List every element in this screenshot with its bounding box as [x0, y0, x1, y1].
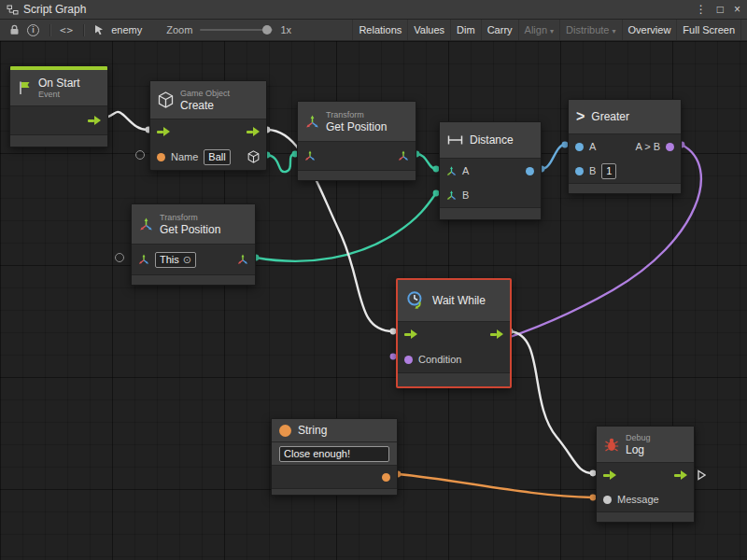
node-debug-log[interactable]: Debug Log Message — [596, 426, 695, 523]
flow-out-port[interactable] — [674, 470, 687, 480]
flow-in-port[interactable] — [404, 329, 417, 339]
port-label: B — [589, 165, 596, 176]
graph-toolbar: i <> enemy Zoom 1x Relations Values Dim … — [0, 20, 747, 41]
port-row — [597, 463, 694, 487]
position-output-port[interactable] — [237, 254, 248, 265]
lock-icon[interactable] — [9, 24, 20, 35]
node-footer — [10, 134, 107, 147]
node-subtitle: Event — [38, 90, 80, 100]
zoom-slider[interactable] — [200, 29, 273, 31]
condition-input-port[interactable] — [404, 356, 413, 364]
port-row — [150, 119, 266, 144]
port-row — [10, 106, 107, 134]
port-row: Name Ball — [150, 144, 266, 170]
node-title: Create — [180, 99, 230, 112]
port-row — [398, 322, 510, 346]
flow-out-port[interactable] — [490, 329, 503, 339]
unconnected-flow-indicator[interactable] — [698, 468, 706, 484]
wire-distance-to-greater-a[interactable] — [542, 145, 565, 169]
title-bar: Script Graph ⋮ □ × — [0, 0, 747, 20]
port-row — [298, 142, 416, 170]
port-label: Message — [617, 494, 659, 505]
unconnected-port-indicator[interactable] — [135, 150, 145, 160]
node-get-position-bottom[interactable]: Transform Get Position This ⊙ — [131, 203, 256, 286]
zoom-slider-knob[interactable] — [262, 25, 272, 35]
input-a-port[interactable] — [575, 143, 584, 151]
string-output-port[interactable] — [382, 473, 390, 482]
wire-create-object-to-getposition-transform[interactable] — [267, 154, 295, 172]
toolbar-button-values[interactable]: Values — [407, 20, 450, 40]
maximize-icon[interactable]: □ — [717, 0, 724, 19]
node-header: Debug Log — [597, 427, 694, 463]
node-field-row: Close enough! — [272, 442, 397, 466]
script-graph-icon — [7, 5, 19, 15]
node-wait-while[interactable]: Wait While Condition — [396, 278, 512, 388]
node-footer — [398, 372, 510, 386]
node-category: Game Object — [180, 89, 230, 99]
string-value-field[interactable]: Close enough! — [279, 446, 389, 462]
node-header: On Start Event — [10, 70, 107, 106]
unconnected-port-indicator[interactable] — [115, 253, 124, 262]
toolbar-button-distribute[interactable]: Distribute▾ — [559, 20, 621, 40]
input-b-port[interactable] — [575, 167, 584, 175]
graph-canvas[interactable]: On Start Event Game Object Create — [0, 41, 747, 560]
node-title: Get Position — [326, 120, 387, 133]
flow-out-port[interactable] — [88, 116, 101, 125]
toolbar-button-align[interactable]: Align▾ — [518, 20, 559, 40]
cube-icon — [158, 91, 174, 108]
node-string-literal[interactable]: String Close enough! — [271, 418, 398, 496]
node-on-start-event[interactable]: On Start Event — [9, 65, 108, 147]
port-row: A — [440, 159, 541, 183]
port-row: This ⊙ — [132, 245, 255, 274]
wire-getposition2-to-distance-b[interactable] — [256, 193, 436, 261]
flow-in-port[interactable] — [157, 127, 170, 136]
message-input-port[interactable] — [603, 496, 612, 504]
flow-in-port[interactable] — [603, 470, 616, 480]
info-icon[interactable]: i — [27, 24, 39, 36]
node-title: Distance — [470, 133, 514, 147]
port-row: B — [440, 183, 541, 207]
toolbar-button-label: Distribute — [566, 24, 609, 35]
close-icon[interactable]: × — [734, 0, 740, 19]
position-output-port[interactable] — [398, 150, 409, 161]
node-header: Distance — [440, 122, 541, 159]
port-row — [272, 466, 397, 488]
node-greater[interactable]: > Greater A A > B B 1 — [568, 99, 682, 194]
transform-input-port[interactable] — [304, 150, 316, 161]
wire-waitwhile-to-log-flow[interactable] — [510, 331, 593, 473]
node-footer — [597, 511, 694, 522]
toolbar-button-dim[interactable]: Dim — [450, 20, 481, 40]
graph-pointer-icon — [94, 24, 105, 35]
name-field[interactable]: Ball — [204, 149, 230, 165]
target-icon[interactable]: ⊙ — [183, 254, 191, 266]
toolbar-button-carry[interactable]: Carry — [481, 20, 518, 40]
node-category: Debug — [626, 433, 651, 443]
b-value-field[interactable]: 1 — [601, 163, 616, 179]
toolbar-button-label: Align — [525, 24, 547, 35]
name-input-port[interactable] — [157, 153, 165, 161]
node-title: Log — [626, 443, 651, 456]
transform-input-port[interactable] — [138, 254, 149, 265]
node-get-position-top[interactable]: Transform Get Position — [297, 101, 416, 181]
toolbar-button-overview[interactable]: Overview — [622, 20, 677, 40]
wire-getposition-to-distance-a[interactable] — [416, 154, 436, 169]
toolbar-button-relations[interactable]: Relations — [352, 20, 407, 40]
result-output-port[interactable] — [666, 143, 674, 151]
code-view-icon[interactable]: <> — [60, 24, 74, 36]
node-header: String — [272, 419, 397, 442]
flow-out-port[interactable] — [247, 127, 260, 136]
graph-breadcrumb[interactable]: enemy — [111, 24, 142, 35]
game-object-output-port[interactable] — [247, 150, 260, 163]
wire-string-to-log-message[interactable] — [398, 474, 593, 497]
target-field[interactable]: This ⊙ — [155, 252, 196, 268]
menu-icon[interactable]: ⋮ — [696, 0, 707, 19]
node-footer — [569, 183, 681, 193]
node-distance[interactable]: Distance A B — [439, 121, 542, 220]
vector-input-b-port[interactable] — [446, 190, 457, 201]
node-game-object-create[interactable]: Game Object Create Name Ball — [149, 80, 267, 171]
distance-output-port[interactable] — [526, 167, 534, 175]
toolbar-button-fullscreen[interactable]: Full Screen — [676, 20, 741, 40]
vector-input-a-port[interactable] — [446, 166, 457, 176]
target-field-value: This — [160, 254, 179, 265]
port-label: A — [589, 141, 596, 152]
